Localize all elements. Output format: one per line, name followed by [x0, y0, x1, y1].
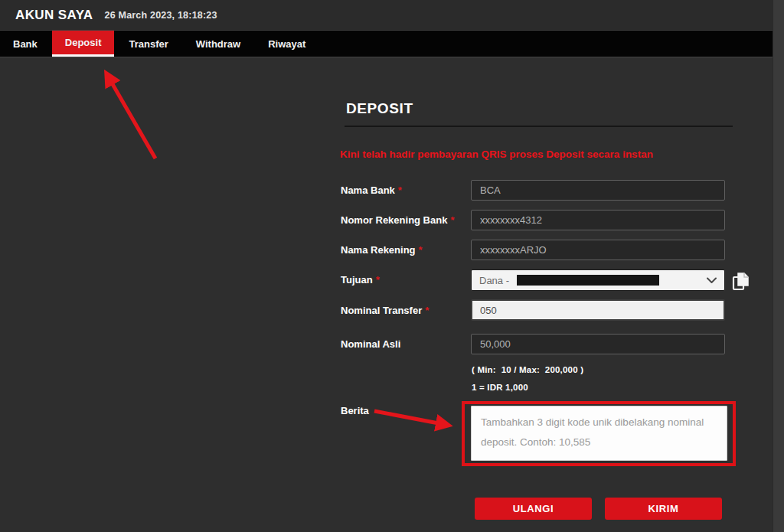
tab-transfer-label: Transfer	[129, 38, 168, 50]
qris-notice: Kini telah hadir pembayaran QRIS proses …	[340, 149, 734, 160]
required-marker: *	[419, 244, 423, 256]
akun-saya-page: AKUN SAYA 26 March 2023, 18:18:23 Bank D…	[0, 0, 784, 532]
brand-logo: AKUN SAYA	[15, 8, 93, 23]
berita-textarea[interactable]	[471, 406, 727, 461]
nama-bank-input[interactable]	[471, 180, 725, 201]
required-marker: *	[425, 305, 429, 316]
nominal-transfer-label: Nominal Transfer*	[341, 305, 429, 316]
nominal-asli-label-text: Nominal Asli	[341, 338, 400, 350]
tujuan-label-text: Tujuan	[341, 274, 373, 286]
top-bar: AKUN SAYA 26 March 2023, 18:18:23	[0, 0, 784, 30]
nomor-rekening-input[interactable]	[471, 210, 725, 230]
nama-rekening-input[interactable]	[471, 240, 725, 260]
ulangi-button[interactable]: ULANGI	[475, 498, 592, 520]
berita-label-text: Berita	[341, 405, 369, 416]
nama-bank-label-text: Nama Bank	[341, 184, 395, 196]
nominal-transfer-input[interactable]	[471, 299, 725, 321]
nomor-rekening-label: Nomor Rekening Bank*	[341, 214, 454, 226]
rate-hint: 1 = IDR 1,000	[472, 383, 528, 392]
tujuan-selected-value: Dana -	[479, 275, 512, 286]
nominal-transfer-label-text: Nominal Transfer	[341, 305, 422, 316]
tab-deposit-label: Deposit	[65, 37, 102, 48]
tujuan-label: Tujuan*	[341, 274, 380, 286]
nomor-rekening-label-text: Nomor Rekening Bank	[341, 214, 447, 226]
page-scrollbar[interactable]	[773, 0, 784, 532]
tab-riwayat[interactable]: Riwayat	[255, 31, 318, 57]
nama-rekening-label: Nama Rekening*	[341, 244, 423, 256]
tab-bank-label: Bank	[13, 38, 38, 50]
min-max-hint: ( Min: 10 / Max: 200,000 )	[472, 365, 583, 374]
main-nav: Bank Deposit Transfer Withdraw Riwayat	[0, 30, 784, 57]
title-divider	[345, 126, 733, 127]
tab-withdraw[interactable]: Withdraw	[183, 31, 253, 57]
deposit-form-section: DEPOSIT Kini telah hadir pembayaran QRIS…	[0, 58, 784, 532]
tujuan-select[interactable]: Dana -	[471, 269, 725, 291]
required-marker: *	[450, 214, 454, 226]
required-marker: *	[398, 184, 402, 196]
kirim-button[interactable]: KIRIM	[605, 498, 722, 520]
tab-transfer[interactable]: Transfer	[116, 31, 181, 57]
nama-rekening-label-text: Nama Rekening	[341, 244, 416, 256]
tab-riwayat-label: Riwayat	[268, 38, 305, 50]
required-marker: *	[376, 274, 380, 286]
tab-withdraw-label: Withdraw	[196, 38, 240, 50]
page-title: DEPOSIT	[346, 100, 413, 117]
nama-bank-label: Nama Bank*	[341, 184, 402, 196]
tab-bank[interactable]: Bank	[0, 31, 51, 57]
tab-deposit[interactable]: Deposit	[52, 31, 115, 57]
nominal-asli-label: Nominal Asli	[341, 338, 400, 350]
datetime-display: 26 March 2023, 18:18:23	[105, 10, 217, 21]
copy-icon[interactable]	[730, 270, 753, 293]
nominal-asli-input[interactable]	[471, 334, 725, 354]
redacted-account-value	[517, 275, 659, 286]
berita-label: Berita	[341, 405, 369, 416]
chevron-down-icon	[707, 277, 717, 284]
